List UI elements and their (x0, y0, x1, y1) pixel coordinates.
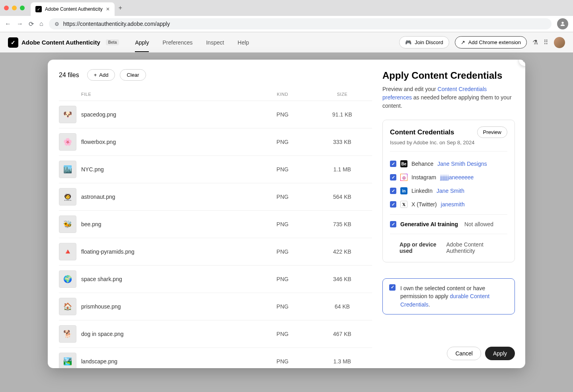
preview-button[interactable]: Preview (477, 126, 507, 138)
social-platform: LinkedIn (411, 188, 433, 194)
file-thumbnail: 🐶 (59, 106, 76, 123)
file-size: 91.1 KB (312, 111, 372, 118)
social-handle[interactable]: Jane Smith (437, 188, 464, 194)
file-kind: PNG (253, 303, 312, 310)
labs-icon[interactable]: ⚗ (532, 39, 538, 46)
file-kind: PNG (253, 166, 312, 173)
external-link-icon: ↗ (461, 39, 465, 45)
social-platform: Behance (411, 161, 433, 167)
clear-files-button[interactable]: Clear (120, 69, 146, 81)
file-name: prismhouse.png (81, 303, 253, 310)
consent-checkbox[interactable]: ✓ (389, 284, 396, 291)
cancel-button[interactable]: Cancel (447, 347, 481, 360)
file-row[interactable]: 🌸flowerbox.pngPNG333 KB (59, 128, 372, 156)
file-row[interactable]: 🐕dog in space.pngPNG467 KB (59, 320, 372, 348)
file-list[interactable]: 🐶spacedog.pngPNG91.1 KB🌸flowerbox.pngPNG… (59, 101, 372, 368)
file-row[interactable]: 🐶spacedog.pngPNG91.1 KB (59, 101, 372, 128)
file-name: bee.png (81, 221, 253, 227)
home-icon[interactable]: ⌂ (39, 20, 43, 27)
file-thumbnail: 🏙️ (59, 161, 76, 178)
file-size: 735 KB (312, 221, 372, 227)
add-files-button[interactable]: + Add (87, 69, 115, 81)
file-kind: PNG (253, 358, 312, 365)
apps-grid-icon[interactable]: ⠿ (544, 39, 548, 46)
user-avatar[interactable] (554, 37, 565, 48)
nav-tab-inspect[interactable]: Inspect (206, 33, 224, 52)
file-thumbnail: 🏠 (59, 298, 76, 315)
file-row[interactable]: 🏞️landscape.pngPNG1.3 MB (59, 348, 372, 368)
app-used-label: App or device used (400, 241, 446, 254)
social-checkbox[interactable]: ✓ (390, 188, 396, 194)
window-controls (4, 6, 25, 10)
browser-profile-icon[interactable] (557, 18, 568, 29)
nav-tab-help[interactable]: Help (238, 33, 249, 52)
url-bar[interactable]: ⚙ https://contentauthenticity.adobe.com/… (49, 18, 552, 29)
file-row[interactable]: 🔺floating-pyramids.pngPNG422 KB (59, 238, 372, 266)
svg-point-0 (561, 22, 563, 24)
discord-icon: 🎮 (405, 39, 411, 45)
genai-training-row: ✓ Generative AI training Not allowed (390, 218, 507, 231)
file-name: floating-pyramids.png (81, 248, 253, 255)
social-checkbox[interactable]: ✓ (390, 174, 396, 180)
join-discord-button[interactable]: 🎮 Join Discord (399, 36, 449, 49)
minimize-window[interactable] (12, 6, 17, 10)
favicon: ✓ (35, 6, 42, 12)
close-window[interactable] (4, 6, 9, 10)
social-handle[interactable]: jjjjjjjaneeeeee (440, 174, 474, 180)
file-row[interactable]: 🏙️NYC.pngPNG1.1 MB (59, 156, 372, 183)
apply-button[interactable]: Apply (485, 347, 515, 360)
social-checkbox[interactable]: ✓ (390, 161, 396, 167)
xtwitter-icon: 𝕏 (400, 201, 407, 208)
file-kind: PNG (253, 331, 312, 337)
nav-tab-preferences[interactable]: Preferences (162, 33, 192, 52)
add-extension-button[interactable]: ↗ Add Chrome extension (455, 36, 527, 49)
add-label: Add (99, 72, 108, 78)
app-logo-icon: ✓ (8, 37, 18, 48)
app-used-row: App or device used Adobe Content Authent… (390, 237, 507, 256)
file-name: dog in space.png (81, 331, 253, 337)
file-thumbnail: 🧑‍🚀 (59, 188, 76, 206)
app-logo[interactable]: ✓ Adobe Content Authenticity Beta (8, 37, 119, 48)
col-file: FILE (81, 92, 253, 97)
file-kind: PNG (253, 248, 312, 255)
social-platform: Instagram (411, 174, 436, 180)
file-name: spacedog.png (81, 111, 253, 118)
close-tab-icon[interactable]: ✕ (106, 6, 110, 12)
social-handle[interactable]: Jane Smith Designs (437, 161, 487, 167)
credentials-card: Content Credentials Preview Issued by Ad… (382, 120, 515, 262)
genai-value: Not allowed (464, 221, 493, 227)
file-name: astronaut.png (81, 194, 253, 200)
file-row[interactable]: 🌍space shark.pngPNG346 KB (59, 266, 372, 293)
social-handle[interactable]: janesmith (441, 201, 465, 208)
site-settings-icon[interactable]: ⚙ (55, 21, 59, 27)
plus-icon: + (94, 72, 97, 78)
forward-icon[interactable]: → (17, 20, 23, 27)
genai-checkbox[interactable]: ✓ (390, 221, 396, 227)
panel-title: Apply Content Credentials (382, 70, 515, 81)
reload-icon[interactable]: ⟳ (29, 20, 34, 28)
browser-tab[interactable]: ✓ Adobe Content Authenticity ✕ (31, 2, 115, 16)
file-size: 64 KB (312, 303, 372, 310)
credentials-panel: Apply Content Credentials Preview and ed… (372, 60, 525, 368)
file-size: 564 KB (312, 194, 372, 200)
file-row[interactable]: 🏠prismhouse.pngPNG64 KB (59, 293, 372, 320)
file-row[interactable]: 🧑‍🚀astronaut.pngPNG564 KB (59, 183, 372, 211)
social-checkbox[interactable]: ✓ (390, 201, 396, 208)
file-row[interactable]: 🐝bee.pngPNG735 KB (59, 211, 372, 238)
instagram-icon: ◎ (400, 174, 407, 181)
maximize-window[interactable] (20, 6, 25, 10)
new-tab-button[interactable]: + (119, 4, 122, 12)
discord-label: Join Discord (415, 39, 443, 45)
social-row-linkedin: ✓inLinkedInJane Smith (390, 184, 507, 198)
social-row-behance: ✓BeBehanceJane Smith Designs (390, 157, 507, 171)
back-icon[interactable]: ← (5, 20, 11, 27)
panel-description: Preview and edit your Content Credential… (382, 85, 515, 110)
beta-badge: Beta (106, 39, 119, 45)
card-title: Content Credentials (390, 128, 454, 136)
apply-credentials-modal: ✕ 24 files + Add Clear FILE KIND SIZE 🐶s… (48, 60, 525, 368)
behance-icon: Be (400, 160, 407, 167)
file-kind: PNG (253, 221, 312, 227)
consent-box: ✓ I own the selected content or have per… (382, 278, 515, 314)
file-thumbnail: 🌸 (59, 133, 76, 151)
nav-tab-apply[interactable]: Apply (135, 33, 149, 52)
